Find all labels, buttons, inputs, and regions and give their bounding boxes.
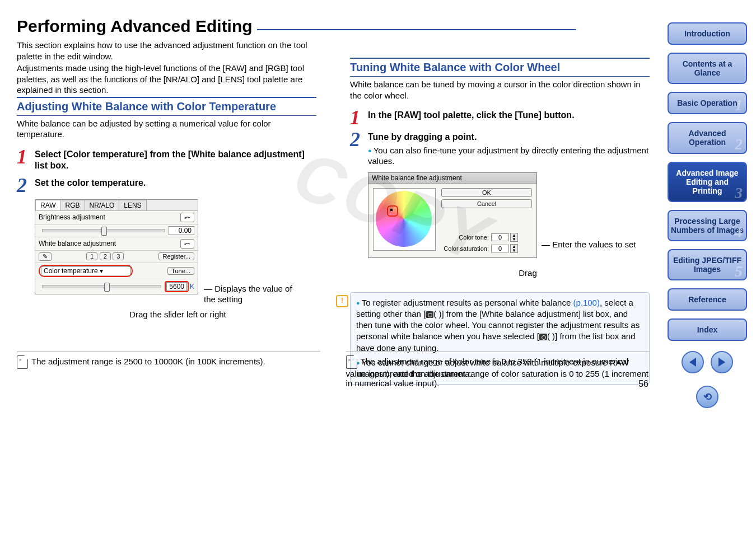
- kelvin-value[interactable]: 5600: [166, 282, 187, 291]
- wheel-step-2-sub: You can also fine-tune your adjustment b…: [368, 145, 650, 167]
- color-sat-label: Color saturation:: [441, 245, 489, 252]
- kelvin-value-highlight: 5600: [165, 281, 189, 292]
- wb-undo-button[interactable]: ⤺: [180, 239, 194, 249]
- nav-editing-jpeg-tiff[interactable]: Editing JPEG/TIFF Images5: [668, 249, 747, 280]
- nav-introduction[interactable]: Introduction: [668, 22, 747, 45]
- color-wheel[interactable]: [373, 188, 436, 251]
- color-wheel-dialog: White balance fine adjustment OK Cancel: [368, 172, 537, 258]
- nav-back-button[interactable]: ⟲: [696, 386, 718, 408]
- brightness-undo-button[interactable]: ⤺: [180, 213, 194, 222]
- page-number: 56: [638, 379, 648, 389]
- camera-icon: [539, 334, 547, 340]
- slider-drag-caption: Drag the slider left or right: [39, 310, 316, 319]
- section-heading-color-wheel: Tuning White Balance with Color Wheel: [350, 61, 650, 74]
- warn-text-1a: To register adjustment results as person…: [362, 298, 573, 307]
- tab-raw[interactable]: RAW: [35, 200, 61, 210]
- triangle-right-icon: [718, 358, 725, 367]
- wheel-step-2-text: Tune by dragging a point. You can also f…: [368, 132, 650, 167]
- step-1-text: Select [Color temperature] from the [Whi…: [35, 149, 316, 172]
- footnote-icon: ≡: [17, 355, 28, 369]
- link-p100[interactable]: (p.100): [573, 298, 600, 307]
- tune-button[interactable]: Tune...: [167, 267, 194, 275]
- brightness-label: Brightness adjustment: [39, 213, 180, 221]
- wheel-step-number-1: 1: [350, 110, 368, 126]
- brightness-value: 0.00: [169, 226, 194, 235]
- intro-paragraph-1: This section explains how to use the adv…: [17, 40, 316, 62]
- palette-tabs: RAW RGB NR/ALO LENS: [35, 200, 198, 211]
- enter-values-callout: — Enter the values to set: [542, 240, 636, 249]
- wheel-cursor[interactable]: [390, 209, 393, 211]
- register-button[interactable]: Register...: [158, 252, 194, 260]
- step-number-1: 1: [17, 149, 35, 172]
- left-footnote: The adjustment range is 2500 to 10000K (…: [31, 357, 265, 366]
- kelvin-callout: — Displays the value of the setting: [204, 283, 305, 305]
- wb-dropdown[interactable]: Color temperature ▾: [41, 266, 130, 275]
- kelvin-slider[interactable]: [42, 285, 161, 288]
- nav-reference[interactable]: Reference: [668, 288, 747, 311]
- tab-nralo[interactable]: NR/ALO: [85, 200, 120, 210]
- intro-paragraph-2: Adjustments made using the high-level fu…: [17, 63, 316, 96]
- step-number-2: 2: [17, 177, 35, 194]
- nav-advanced-image-editing[interactable]: Advanced Image Editing and Printing3: [668, 162, 747, 202]
- nav-processing-large-numbers[interactable]: Processing Large Numbers of Images4: [668, 210, 747, 241]
- tab-lens[interactable]: LENS: [119, 200, 146, 210]
- brightness-slider[interactable]: [42, 229, 165, 232]
- page-title: Performing Advanced Editing: [17, 17, 253, 36]
- section-heading-color-temp: Adjusting White Balance with Color Tempe…: [17, 100, 316, 113]
- wheel-step-1-text: In the [RAW] tool palette, click the [Tu…: [368, 110, 650, 126]
- preset-1-button[interactable]: 1: [86, 252, 97, 260]
- tool-palette-screenshot: RAW RGB NR/ALO LENS Brightness adjustmen…: [35, 199, 198, 294]
- back-arrow-icon: ⟲: [703, 391, 712, 403]
- color-sat-input[interactable]: 0: [491, 245, 509, 252]
- preset-3-button[interactable]: 3: [113, 252, 124, 260]
- wheel-step-number-2: 2: [350, 132, 368, 167]
- section-lead-color-wheel: White balance can be tuned by moving a c…: [350, 79, 650, 101]
- intro-text: This section explains how to use the adv…: [17, 40, 316, 96]
- eyedropper-button[interactable]: ✎: [39, 252, 52, 261]
- tab-rgb[interactable]: RGB: [60, 200, 85, 210]
- color-sat-spinner[interactable]: ▲▼: [510, 244, 518, 253]
- section-lead-color-temp: White balance can be adjusted by setting…: [17, 118, 316, 140]
- preset-2-button[interactable]: 2: [100, 252, 111, 260]
- wheel-cursor-highlight: [387, 205, 398, 217]
- camera-icon: [426, 311, 433, 318]
- nav-basic-operation[interactable]: Basic Operation1: [668, 92, 747, 114]
- step-2-text: Set the color temperature.: [35, 177, 316, 194]
- footnote-icon: ≡: [346, 355, 357, 369]
- nav-advanced-operation[interactable]: Advanced Operation2: [668, 122, 747, 153]
- warning-icon: !: [336, 295, 348, 307]
- cancel-button[interactable]: Cancel: [441, 199, 532, 208]
- triangle-left-icon: [689, 358, 696, 367]
- drag-caption: Drag: [406, 268, 650, 278]
- nav-prev-button[interactable]: [682, 351, 704, 373]
- nav-index[interactable]: Index: [668, 318, 747, 341]
- color-tone-input[interactable]: 0: [491, 233, 509, 241]
- heading-rule: [257, 29, 576, 30]
- nav-contents[interactable]: Contents at a Glance: [668, 53, 747, 84]
- right-footnote: The adjustment range of color tone is 0 …: [346, 357, 648, 388]
- nav-next-button[interactable]: [711, 351, 733, 373]
- color-tone-label: Color tone:: [441, 234, 489, 241]
- color-tone-spinner[interactable]: ▲▼: [510, 233, 518, 242]
- ok-button[interactable]: OK: [441, 188, 532, 197]
- dialog-title: White balance fine adjustment: [368, 173, 536, 184]
- wb-dropdown-highlight: Color temperature ▾: [39, 265, 133, 277]
- side-nav: Introduction Contents at a Glance Basic …: [668, 22, 747, 408]
- kelvin-unit: K: [190, 283, 194, 291]
- wb-label: White balance adjustment: [39, 240, 180, 247]
